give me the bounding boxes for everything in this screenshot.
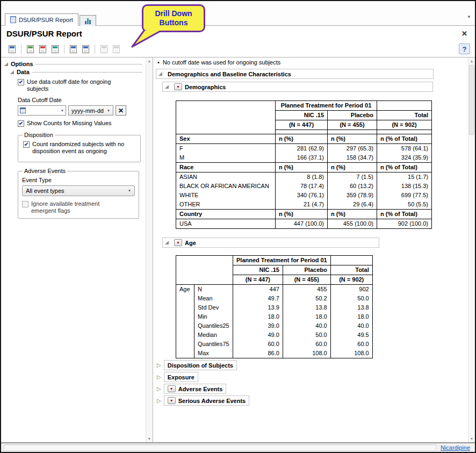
cell: Placebo <box>328 111 377 120</box>
count-randomized-checkbox[interactable] <box>23 141 30 148</box>
table-row: Quantiles75 60.0 60.0 60.0 <box>176 340 373 349</box>
cell: (N = 447) <box>276 120 328 130</box>
cell: 108.0 <box>330 349 372 358</box>
drill-down-icon[interactable] <box>168 385 176 392</box>
cell: (N = 902) <box>330 275 372 285</box>
section-age[interactable]: Age <box>162 238 379 248</box>
scroll-up-icon[interactable] <box>468 57 475 64</box>
section-exposure[interactable]: Exposure <box>157 372 467 382</box>
options-scrollbar[interactable] <box>146 57 153 442</box>
options-header[interactable]: Options <box>4 61 142 67</box>
table-row: Max 86.0 108.0 108.0 <box>176 349 373 358</box>
cell: 29 (6.4) <box>328 200 377 210</box>
collapsed-icon[interactable] <box>157 374 161 380</box>
section-demographics-baseline[interactable]: Demographics and Baseline Characteristic… <box>156 69 434 79</box>
expanded-icon[interactable] <box>165 241 169 245</box>
cell: 902 (100.0) <box>377 219 432 229</box>
ignore-flags-label: Ignore available treatment emergent flag… <box>31 200 112 214</box>
cell: 13.8 <box>283 303 330 312</box>
expanded-icon[interactable] <box>158 72 162 76</box>
cell: 455 <box>283 285 330 294</box>
table-row: Country n (%) n (%) n (% of Total) <box>176 210 432 219</box>
date-format-combobox[interactable]: yyyy-mm-dd <box>68 105 113 116</box>
cell: 297 (65.3) <box>328 144 377 154</box>
cell: 18.0 <box>330 312 372 321</box>
close-icon[interactable]: ✕ <box>459 30 470 38</box>
window-menu-icon[interactable] <box>467 15 471 19</box>
toolbar: ? <box>1 41 475 57</box>
scroll-thumb[interactable] <box>469 65 474 135</box>
use-cutoff-checkbox[interactable] <box>18 79 24 85</box>
data-section-header[interactable]: Data <box>10 69 142 75</box>
report-icon[interactable] <box>6 44 18 55</box>
missing-values-checkbox[interactable] <box>18 120 24 127</box>
section-demographics[interactable]: Demographics <box>162 82 433 92</box>
section-title: Serious Adverse Events <box>178 398 246 404</box>
date-format-value: yyyy-mm-dd <box>71 107 104 114</box>
cell: (N = 902) <box>377 120 432 130</box>
cell: Min <box>194 312 233 321</box>
cell: NIC .15 <box>276 111 328 120</box>
cell: 39.0 <box>233 321 283 330</box>
table-row: WHITE 340 (76.1) 359 (78.9) 699 (77.5) <box>176 191 432 200</box>
table-row: Age N 447 455 902 <box>176 285 373 294</box>
section-adverse-events[interactable]: Adverse Events <box>157 384 467 394</box>
tab-label: DSUR/PSUR Report <box>19 17 73 23</box>
cell: 40.0 <box>330 321 372 330</box>
report-scrollbar[interactable] <box>468 57 475 442</box>
chevron-down-icon[interactable] <box>59 109 64 112</box>
expanded-icon[interactable] <box>10 70 14 74</box>
chevron-down-icon <box>126 189 131 192</box>
tab-dsur-psur-report[interactable]: DSUR/PSUR Report <box>5 13 78 26</box>
scroll-down-icon[interactable] <box>146 435 153 442</box>
nicardipine-link[interactable]: Nicardipine <box>441 444 470 451</box>
cutoff-note: No cutoff date was used for ongoing subj… <box>163 59 280 66</box>
collapsed-icon[interactable] <box>157 362 161 368</box>
cell: 60.0 <box>283 340 330 349</box>
cell <box>176 101 276 134</box>
drill-down-icon[interactable] <box>174 239 182 246</box>
cell: n (%) <box>276 134 328 144</box>
cell: n (%) <box>276 210 328 219</box>
status-segment <box>4 444 436 451</box>
tab-chart[interactable] <box>80 15 96 26</box>
span-header-cell: Planned Treatment for Period 01 <box>276 101 377 111</box>
cell: (N = 455) <box>328 120 377 130</box>
scroll-up-icon[interactable] <box>146 57 153 64</box>
cell: n (%) <box>276 163 328 172</box>
cell: 60 (13.2) <box>328 182 377 191</box>
cell: OTHER <box>176 200 276 210</box>
callout-tail <box>129 31 167 49</box>
expanded-icon[interactable] <box>165 85 169 89</box>
data-table-icon[interactable] <box>24 44 37 55</box>
drill-down-icon[interactable] <box>168 397 176 404</box>
section-serious-adverse-events[interactable]: Serious Adverse Events <box>157 396 467 406</box>
cell: 108.0 <box>283 349 330 358</box>
cell: 166 (37.1) <box>276 153 328 163</box>
rerun-script-icon[interactable] <box>80 44 92 55</box>
event-type-label: Event Type <box>22 177 135 183</box>
collapsed-icon[interactable] <box>157 386 161 392</box>
help-icon[interactable]: ? <box>459 44 470 54</box>
options-panel: Options Data Use data cutoff date for on… <box>1 57 153 442</box>
script-icon[interactable] <box>67 44 80 55</box>
calendar-icon[interactable] <box>20 107 26 113</box>
ignore-flags-checkbox <box>22 201 28 207</box>
expanded-icon[interactable] <box>4 62 8 66</box>
drill-down-icon[interactable] <box>174 83 182 90</box>
pdf-export-icon[interactable] <box>37 44 49 55</box>
collapsed-icon[interactable] <box>157 398 161 404</box>
cell: USA <box>176 219 276 229</box>
scroll-down-icon[interactable] <box>468 435 475 442</box>
span-header-cell: Planned Treatment for Period 01 <box>233 256 331 265</box>
table-row: ASIAN 8 (1.8) 7 (1.5) 15 (1.7) <box>176 172 432 182</box>
table-row: F 281 (62.9) 297 (65.3) 578 (64.1) <box>176 144 432 154</box>
clear-date-button[interactable]: ✕ <box>116 105 126 116</box>
date-picker-field[interactable]: · <box>18 105 66 116</box>
section-disposition-of-subjects[interactable]: Disposition of Subjects <box>157 360 467 370</box>
event-type-select[interactable]: All event types <box>22 185 135 196</box>
excel-export-icon[interactable] <box>49 44 61 55</box>
cell: 902 <box>330 285 372 294</box>
cell: 7 (1.5) <box>328 172 377 182</box>
cell: Quantiles75 <box>194 340 233 349</box>
